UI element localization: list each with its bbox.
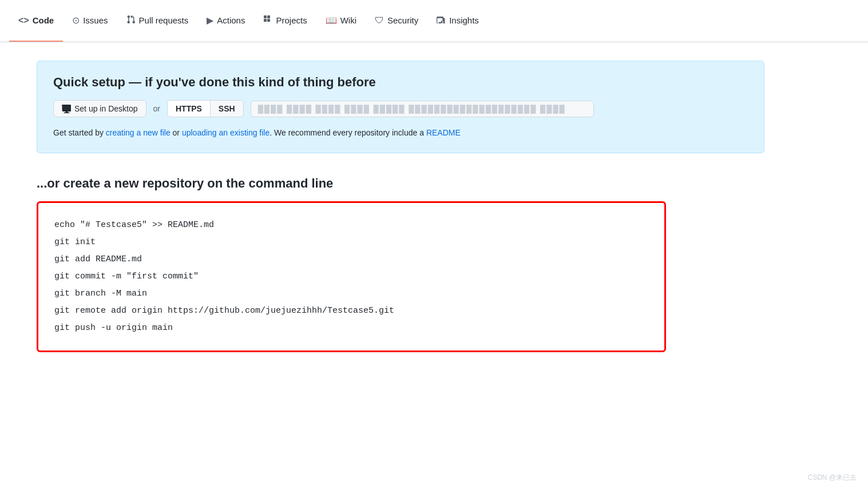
ssh-button[interactable]: SSH xyxy=(211,101,243,117)
nav-label-insights: Insights xyxy=(449,15,479,25)
code-icon: <> xyxy=(18,15,29,26)
https-button[interactable]: HTTPS xyxy=(168,101,211,117)
upload-file-link[interactable]: uploading an existing file xyxy=(182,128,269,137)
wiki-icon: 📖 xyxy=(326,15,337,26)
command-line-title: ...or create a new repository on the com… xyxy=(37,176,764,191)
code-line: git add README.md xyxy=(54,251,648,268)
nav-label-wiki: Wiki xyxy=(340,15,356,25)
nav-item-projects[interactable]: Projects xyxy=(254,0,316,42)
issues-icon: ⊙ xyxy=(72,15,80,26)
main-content: Quick setup — if you've done this kind o… xyxy=(0,42,801,370)
security-icon: 🛡 xyxy=(375,15,384,26)
code-line: git init xyxy=(54,234,648,251)
watermark-text: CSDN @来已去 xyxy=(807,473,857,481)
quick-setup-title: Quick setup — if you've done this kind o… xyxy=(53,75,748,90)
nav-label-security: Security xyxy=(387,15,418,25)
code-line: git push -u origin main xyxy=(54,320,648,337)
quick-setup-controls: Set up in Desktop or HTTPS SSH ████ ████… xyxy=(53,100,748,117)
code-line: git branch -M main xyxy=(54,285,648,302)
nav-item-code[interactable]: <> Code xyxy=(9,0,63,42)
nav-item-pull-requests[interactable]: Pull requests xyxy=(117,0,198,42)
nav-label-pull-requests: Pull requests xyxy=(139,15,189,25)
command-line-section: ...or create a new repository on the com… xyxy=(37,176,764,352)
pull-requests-icon xyxy=(126,15,136,26)
create-file-link[interactable]: creating a new file xyxy=(106,128,171,137)
url-display[interactable]: ████ ████ ████ ████ █████ ██████████████… xyxy=(251,101,594,117)
nav-item-actions[interactable]: ▶ Actions xyxy=(197,0,254,42)
nav-item-insights[interactable]: Insights xyxy=(427,0,488,42)
nav-label-projects: Projects xyxy=(276,15,307,25)
quick-setup-box: Quick setup — if you've done this kind o… xyxy=(37,61,764,153)
desc-mid1: or xyxy=(171,128,182,137)
actions-icon: ▶ xyxy=(207,15,213,26)
code-line: echo "# Testcase5" >> README.md xyxy=(54,217,648,234)
desktop-btn-label: Set up in Desktop xyxy=(74,104,138,113)
setup-desktop-button[interactable]: Set up in Desktop xyxy=(53,100,146,117)
top-nav: <> Code ⊙ Issues Pull requests ▶ Actions… xyxy=(0,0,868,42)
code-line: git commit -m "first commit" xyxy=(54,268,648,285)
watermark: CSDN @来已去 xyxy=(807,473,857,483)
nav-label-actions: Actions xyxy=(217,15,245,25)
nav-item-issues[interactable]: ⊙ Issues xyxy=(63,0,117,42)
nav-label-issues: Issues xyxy=(83,15,108,25)
nav-item-wiki[interactable]: 📖 Wiki xyxy=(316,0,366,42)
url-masked-text: ████ ████ ████ ████ █████ ██████████████… xyxy=(258,105,566,113)
insights-icon xyxy=(437,15,446,26)
nav-label-code: Code xyxy=(33,15,54,25)
readme-link[interactable]: README xyxy=(426,128,461,137)
desc-prefix: Get started by xyxy=(53,128,106,137)
protocol-toggle: HTTPS SSH xyxy=(167,100,244,117)
desc-mid2: . We recommend every repository include … xyxy=(269,128,426,137)
projects-icon xyxy=(263,15,272,26)
desktop-icon xyxy=(62,104,71,113)
code-block: echo "# Testcase5" >> README.mdgit initg… xyxy=(37,201,666,352)
code-line: git remote add origin https://github.com… xyxy=(54,302,648,320)
quick-setup-description: Get started by creating a new file or up… xyxy=(53,126,748,139)
or-label: or xyxy=(153,104,160,113)
nav-item-security[interactable]: 🛡 Security xyxy=(366,0,427,42)
